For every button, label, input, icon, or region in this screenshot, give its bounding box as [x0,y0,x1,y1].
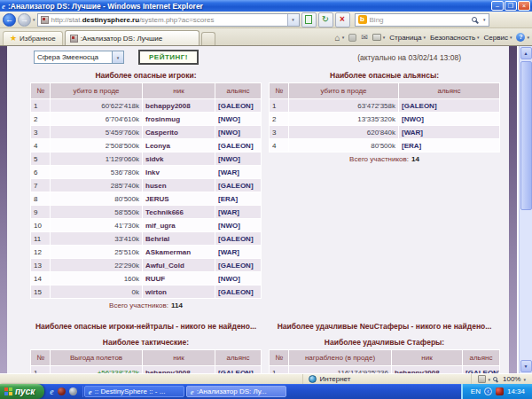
table-header-row: №награблено (в проде)никальянс [270,350,500,366]
cell: 11 [31,232,51,246]
tab-active[interactable]: :Анализатор DS: Лучшие [65,30,200,45]
compatibility-view-button[interactable] [301,12,317,27]
scroll-up-button[interactable]: ▲ [520,47,532,59]
cell: sidvk [143,153,215,166]
cell: Leonya [143,139,215,153]
search-input[interactable]: b Bing ▾ [355,13,489,27]
table-row: 6536'780kInkv[WAR] [31,166,262,179]
tab-title: :Анализатор DS: Лучшие [81,35,163,43]
cell: 5'459'760k [51,126,143,139]
cell: ASkamerman [143,246,215,259]
cell: [WAR] [215,246,262,259]
cell: Casperito [143,126,215,139]
minimize-button[interactable]: – [491,1,504,11]
close-button[interactable]: × [518,1,530,11]
cell: 0k [51,286,143,299]
menu-page[interactable]: Страница▾ [389,34,426,42]
cell: 13'335'320k [289,113,399,126]
print-button[interactable]: ▾ [372,34,386,41]
cell: 9 [31,206,51,219]
printer-icon [372,34,381,41]
cell: 116'174'925'236 [289,366,392,374]
start-button[interactable]: пуск [0,384,44,399]
hide-icons-chevron[interactable]: ‹ [484,387,492,395]
taskbar-window-analyzer[interactable]: e :Анализатор DS: Лу... [186,386,286,397]
cell: [WAR] [215,166,262,179]
language-indicator[interactable]: EN [471,387,481,395]
cell: 12 [31,246,51,259]
zoom-icon[interactable] [493,377,497,381]
table-row: 1322'290kAwful_Cold[GALEON] [31,259,262,272]
search-dropdown-icon[interactable]: ▾ [483,17,486,22]
cell: [GALEON] [215,99,262,113]
taskbar-window-destinysphere[interactable]: e :: DestinySphere :: - ... [84,386,184,397]
page-content: Сфера Змееносца ▾ РЕЙТИНГ! (актуально на… [7,46,507,373]
cell: Inkv [143,166,215,179]
mail-icon: ✉ [361,34,368,42]
cell: [GALEON] [215,286,262,299]
quicklaunch-app-icon[interactable] [58,387,66,395]
cell: 1'129'060k [51,153,143,166]
url-dropdown-icon[interactable]: ▾ [287,14,299,26]
stop-icon: × [340,15,345,24]
table-row: 1+56'338'742kbehappy2008[GALEON] [31,366,262,374]
help-button[interactable]: ?▾ [516,33,529,42]
cell: 4 [270,139,289,153]
sphere-select[interactable]: Сфера Змееносца ▾ [34,51,124,64]
vertical-scrollbar[interactable]: ▲ ▼ [519,46,532,373]
maximize-button[interactable]: ❒ [505,1,517,11]
table-row: 213'335'320k[NWO] [270,113,500,126]
column-header: ник [143,350,215,366]
updated-timestamp: (актуально на 03/02/14 13:08) [357,53,461,62]
players-table: №убито в проденикальянс160'622'418kbehap… [30,82,262,299]
rating-button[interactable]: РЕЙТИНГ! [138,50,199,65]
scroll-down-button[interactable]: ▼ [520,360,532,372]
cell: [NWO] [215,113,262,126]
column-header: № [31,83,51,99]
tray-app-icon[interactable] [496,387,504,395]
column-header: альянс [399,83,500,99]
home-button[interactable]: ⌂▾ [335,34,345,42]
mail-button[interactable]: ✉ [361,34,368,42]
stop-button[interactable]: × [335,12,350,27]
cell: Behrial [143,232,215,246]
new-tab-button[interactable] [201,32,215,45]
history-dropdown-icon[interactable]: ▾ [33,17,35,22]
zoom-level[interactable]: 100% [503,375,520,383]
url-text: http://stat.destinysphere.ru/system.php?… [51,16,215,24]
cell: frosinmug [143,113,215,126]
clock[interactable]: 14:34 [507,387,525,395]
cell: 285'740k [51,179,143,192]
cell: husen [143,179,215,192]
alliances-section: Наиболее опасные альянсы: №убито в проде… [269,67,500,309]
cell: 6'704'610k [51,113,143,126]
favorites-button[interactable]: ★ Избранное [3,31,63,45]
players-table-title: Наиболее опасные игроки: [30,71,262,80]
favorites-star-icon: ★ [10,35,17,43]
start-label: пуск [15,387,35,396]
forward-button[interactable]: → [18,13,31,27]
table-row: 160'622'418kbehappy2008[GALEON] [31,99,262,113]
protected-mode-icon[interactable] [478,375,486,383]
search-icon[interactable] [472,17,477,22]
menu-tools[interactable]: Сервис▾ [484,34,512,42]
table-row: 1225'510kASkamerman[WAR] [31,246,262,259]
staffers-table: №награблено (в проде)никальянс1116'174'9… [269,349,500,373]
quicklaunch-desktop-icon[interactable] [69,387,77,395]
scrollbar-thumb[interactable] [520,61,532,210]
rss-button[interactable] [348,34,356,42]
quick-launch: e [44,384,82,399]
back-button[interactable]: ← [3,13,16,27]
table-row: 150kwirton[GALEON] [31,286,262,299]
table-header-row: №убито в продеальянс [270,83,500,99]
cell: mif_ugra [143,219,215,232]
select-dropdown-icon[interactable]: ▾ [112,51,123,63]
menu-safety[interactable]: Безопасность▾ [430,34,480,42]
cell: 80'500k [289,139,399,153]
cell: [ERA] [215,192,262,206]
players-section: Наиболее опасные игроки: №убито в проден… [30,67,262,309]
url-input[interactable]: http://stat.destinysphere.ru/system.php?… [37,13,300,27]
refresh-button[interactable]: ↻ [318,12,333,27]
quicklaunch-ie-icon[interactable]: e [50,387,53,396]
cell: RUUF [143,272,215,286]
